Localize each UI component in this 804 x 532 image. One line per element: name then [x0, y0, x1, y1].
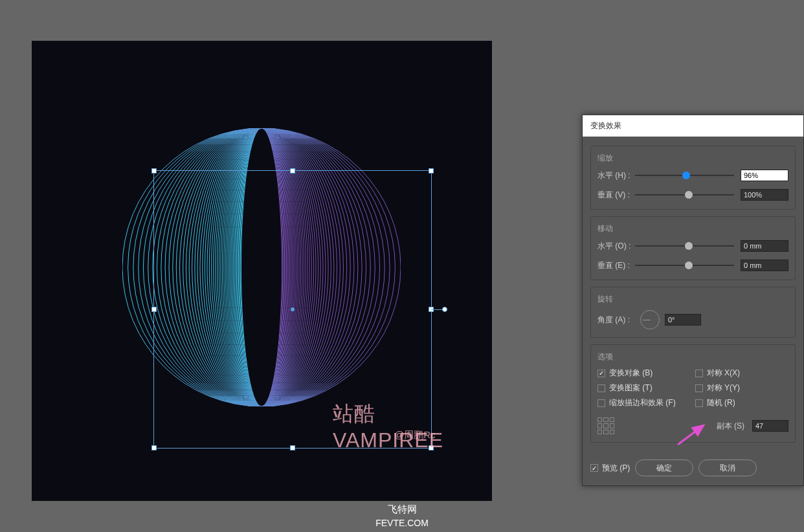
handle-top-right[interactable]: [429, 168, 434, 173]
checkbox-scale-stroke[interactable]: [597, 399, 605, 407]
scale-h-slider[interactable]: [635, 175, 734, 176]
section-scale: 缩放 水平 (H) : 垂直 (V) :: [590, 146, 796, 210]
scale-h-input[interactable]: [741, 170, 788, 181]
scale-v-input[interactable]: [741, 189, 788, 201]
section-options: 选项 变换对象 (B) 变换图案 (T) 缩放描边和效果 (F): [590, 344, 796, 443]
scale-title: 缩放: [597, 153, 788, 164]
handle-bot-left[interactable]: [151, 445, 157, 450]
angle-input[interactable]: [665, 314, 701, 326]
checkbox-mirror-y[interactable]: [695, 384, 703, 392]
move-h-input[interactable]: [741, 240, 788, 252]
anchor-point-grid[interactable]: [597, 417, 614, 434]
move-h-slider[interactable]: [635, 245, 734, 247]
dialog-title[interactable]: 变换效果: [583, 115, 803, 137]
dialog-body: 缩放 水平 (H) : 垂直 (V) : 移动 水平 (O) :: [583, 137, 803, 456]
options-title: 选项: [597, 351, 788, 362]
scale-h-label: 水平 (H) :: [597, 170, 635, 181]
checkbox-transform-object[interactable]: [597, 370, 605, 377]
copies-input[interactable]: [752, 420, 788, 432]
handle-top-left[interactable]: [151, 168, 157, 173]
checkbox-random[interactable]: [695, 399, 703, 407]
caption-1: 飞特网: [0, 504, 804, 516]
section-rotate: 旋转 角度 (A) :: [590, 287, 796, 338]
caption-2: FEVTE.COM: [0, 518, 804, 528]
angle-label: 角度 (A) :: [597, 315, 635, 326]
angle-knob[interactable]: [640, 310, 660, 329]
checkbox-mirror-x[interactable]: [695, 370, 703, 377]
label-preview: 预览 (P): [602, 463, 630, 474]
move-v-label: 垂直 (E) :: [597, 260, 635, 271]
move-v-slider[interactable]: [635, 265, 734, 266]
section-move: 移动 水平 (O) : 垂直 (E) :: [590, 216, 796, 280]
transform-effect-dialog: 变换效果 缩放 水平 (H) : 垂直 (V) : 移动: [582, 115, 804, 486]
cancel-button[interactable]: 取消: [698, 460, 757, 476]
label-scale-stroke: 缩放描边和效果 (F): [609, 397, 676, 408]
watermark-sub: @周鹏Rc: [394, 429, 436, 441]
move-v-input[interactable]: [741, 260, 788, 271]
move-title: 移动: [597, 223, 788, 234]
selection-center[interactable]: [291, 307, 295, 311]
label-random: 随机 (R): [707, 397, 735, 408]
label-transform-pattern: 变换图案 (T): [609, 382, 653, 393]
checkbox-transform-pattern[interactable]: [597, 384, 605, 392]
scale-v-label: 垂直 (V) :: [597, 190, 635, 201]
rotate-handle[interactable]: [442, 307, 447, 312]
ok-button[interactable]: 确定: [635, 460, 693, 476]
move-h-label: 水平 (O) :: [597, 241, 635, 252]
label-mirror-x: 对称 X(X): [707, 368, 740, 379]
handle-bot-mid[interactable]: [290, 445, 295, 450]
handle-mid-left[interactable]: [151, 307, 157, 312]
label-transform-object: 变换对象 (B): [609, 368, 653, 379]
handle-top-mid[interactable]: [290, 168, 295, 173]
checkbox-preview[interactable]: [590, 464, 598, 472]
label-mirror-y: 对称 Y(Y): [707, 382, 740, 393]
scale-v-slider[interactable]: [635, 194, 734, 195]
watermark-text: 站酷 VAMPIREE: [333, 400, 492, 452]
canvas-area[interactable]: 站酷 VAMPIREE @周鹏Rc: [32, 41, 492, 501]
rotate-title: 旋转: [597, 294, 788, 305]
copies-label: 副本 (S): [717, 421, 744, 432]
